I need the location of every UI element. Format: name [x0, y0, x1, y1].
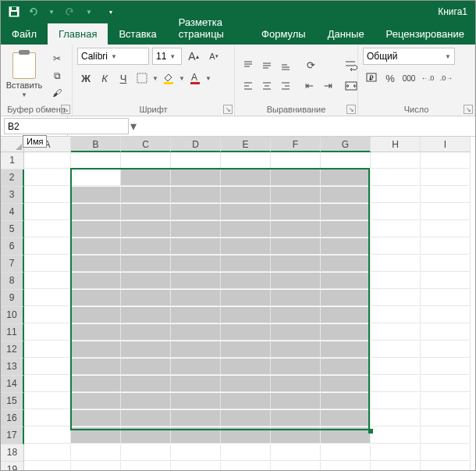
cell[interactable]	[71, 221, 121, 237]
cell[interactable]	[371, 152, 421, 169]
cell[interactable]	[221, 169, 271, 186]
cell[interactable]	[24, 273, 71, 289]
comma-format-icon[interactable]: 000	[400, 70, 417, 87]
cell[interactable]	[121, 290, 171, 306]
cell[interactable]	[171, 187, 221, 203]
orientation-icon[interactable]: ⟳	[302, 57, 319, 74]
column-header[interactable]: I	[421, 137, 471, 152]
cell[interactable]	[321, 427, 371, 444]
cell[interactable]	[421, 290, 471, 306]
cell[interactable]	[121, 273, 171, 289]
column-header[interactable]: H	[371, 137, 421, 152]
cell[interactable]	[24, 462, 71, 471]
cell[interactable]	[221, 204, 271, 220]
cell[interactable]	[71, 307, 121, 323]
cell[interactable]	[221, 221, 271, 237]
cell[interactable]	[24, 341, 71, 358]
cell[interactable]	[271, 238, 321, 255]
cell[interactable]	[71, 462, 121, 471]
cell[interactable]	[271, 341, 321, 358]
cell[interactable]	[371, 341, 421, 358]
cell[interactable]	[321, 307, 371, 323]
percent-format-icon[interactable]: %	[382, 70, 399, 87]
borders-dropdown-icon[interactable]: ▼	[152, 75, 158, 82]
cell[interactable]	[121, 255, 171, 272]
cell[interactable]	[71, 169, 121, 186]
cell[interactable]	[171, 255, 221, 272]
cell[interactable]	[171, 376, 221, 392]
cell[interactable]	[221, 238, 271, 255]
cell[interactable]	[71, 376, 121, 392]
cell[interactable]	[171, 221, 221, 237]
cell[interactable]	[421, 393, 471, 409]
redo-dropdown-icon[interactable]: ▼	[82, 5, 96, 19]
cell[interactable]	[71, 324, 121, 341]
cell[interactable]	[24, 152, 71, 169]
row-header[interactable]: 11	[1, 324, 24, 341]
column-header[interactable]: E	[221, 137, 271, 152]
cell[interactable]	[321, 255, 371, 272]
cell[interactable]	[371, 427, 421, 444]
cell[interactable]	[421, 324, 471, 341]
cell[interactable]	[321, 376, 371, 392]
cell[interactable]	[371, 307, 421, 323]
cell[interactable]	[171, 359, 221, 375]
number-format-select[interactable]: Общий ▼	[363, 48, 455, 65]
cell[interactable]	[271, 307, 321, 323]
cell[interactable]	[171, 462, 221, 471]
align-left-icon[interactable]	[240, 77, 257, 95]
cell[interactable]	[171, 341, 221, 358]
font-color-icon[interactable]: A	[186, 70, 204, 87]
cell[interactable]	[121, 462, 171, 471]
cell[interactable]	[221, 324, 271, 341]
cell[interactable]	[121, 393, 171, 409]
row-header[interactable]: 19	[1, 462, 24, 471]
column-header[interactable]: B	[71, 137, 121, 152]
cell[interactable]	[371, 393, 421, 409]
cell[interactable]	[71, 273, 121, 289]
format-painter-icon[interactable]: 🖌	[49, 86, 65, 100]
cell[interactable]	[171, 324, 221, 341]
row-header[interactable]: 17	[1, 427, 24, 444]
cell[interactable]	[371, 221, 421, 237]
cell[interactable]	[321, 341, 371, 358]
cell[interactable]	[271, 410, 321, 426]
cell[interactable]	[71, 410, 121, 426]
cell[interactable]	[24, 376, 71, 392]
number-dialog-launcher[interactable]: ↘	[464, 105, 473, 114]
cell[interactable]	[24, 187, 71, 203]
cell[interactable]	[171, 273, 221, 289]
cell[interactable]	[371, 324, 421, 341]
cell[interactable]	[71, 238, 121, 255]
row-header[interactable]: 14	[1, 376, 24, 393]
decrease-decimal-icon[interactable]: .0→	[438, 70, 455, 87]
cell[interactable]	[271, 376, 321, 392]
cell[interactable]	[371, 204, 421, 220]
tab-insert[interactable]: Вставка	[108, 23, 167, 45]
cell[interactable]	[371, 444, 421, 461]
cell[interactable]	[321, 359, 371, 375]
cell[interactable]	[421, 359, 471, 375]
cell[interactable]	[71, 444, 121, 461]
cell[interactable]	[121, 427, 171, 444]
cell[interactable]	[421, 410, 471, 426]
cell[interactable]	[321, 169, 371, 186]
save-icon[interactable]	[7, 5, 21, 19]
cell[interactable]	[121, 307, 171, 323]
cell[interactable]	[221, 290, 271, 306]
row-header[interactable]: 2	[1, 169, 24, 187]
cell[interactable]	[421, 169, 471, 186]
cell[interactable]	[24, 307, 71, 323]
name-box-dropdown-icon[interactable]: ▾	[130, 116, 137, 136]
decrease-indent-icon[interactable]: ⇤	[300, 77, 318, 95]
borders-icon[interactable]	[133, 70, 151, 87]
formula-input[interactable]	[123, 116, 475, 136]
cell[interactable]	[321, 290, 371, 306]
cell[interactable]	[24, 393, 71, 409]
cell[interactable]	[24, 238, 71, 255]
cut-icon[interactable]: ✂	[49, 52, 65, 66]
cell[interactable]	[271, 290, 321, 306]
increase-font-icon[interactable]: A▴	[185, 48, 202, 65]
cell[interactable]	[71, 290, 121, 306]
cell[interactable]	[321, 187, 371, 203]
